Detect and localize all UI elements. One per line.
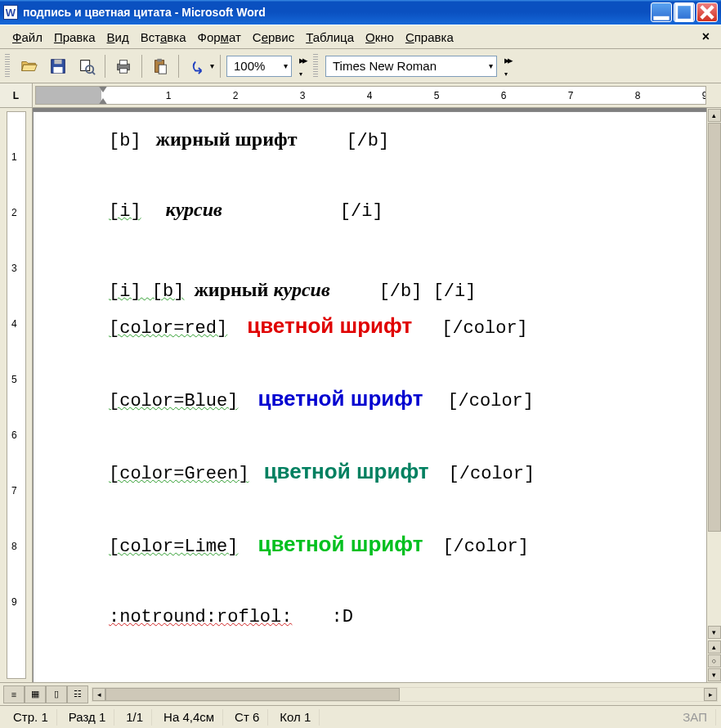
horizontal-scrollbar[interactable]: ◂ ▸: [92, 687, 718, 702]
bbcode-tag: [/b]: [346, 131, 389, 151]
status-rec[interactable]: ЗАП: [674, 709, 716, 726]
svg-rect-0: [653, 16, 669, 20]
text-italic: курсив: [166, 199, 222, 220]
hanging-indent-marker[interactable]: [98, 98, 108, 105]
status-col: Кол 1: [271, 709, 320, 726]
menu-insert[interactable]: Вставка: [135, 28, 192, 47]
font-name: Times New Roman: [333, 59, 437, 73]
ruler-tick: 9: [11, 596, 17, 608]
toolbar-overflow[interactable]: ▸▸▾: [296, 54, 309, 79]
scroll-thumb[interactable]: [105, 688, 400, 701]
toolbar-separator: [141, 55, 142, 78]
zoom-combo[interactable]: 100% ▾: [226, 56, 292, 77]
undo-button[interactable]: [185, 54, 209, 79]
vertical-scrollbar[interactable]: ▴ ▾ ▴ ○ ▾: [706, 108, 721, 682]
open-button[interactable]: [17, 54, 42, 79]
print-layout-button[interactable]: ▯: [46, 685, 67, 703]
horizontal-ruler[interactable]: 1 2 3 4 5 6 7 8 9: [35, 86, 706, 105]
bbcode-tag: [/color]: [447, 391, 534, 411]
ruler-tick: 4: [367, 90, 373, 101]
statusbar: Стр. 1 Разд 1 1/1 На 4,4см Ст 6 Кол 1 ЗА…: [0, 705, 721, 728]
text-bold-italic: курсив: [273, 279, 329, 300]
scroll-thumb[interactable]: [708, 123, 721, 532]
doc-line: [color=Lime] цветной шрифт [/color]: [109, 532, 721, 557]
menu-format[interactable]: Формат: [191, 28, 246, 47]
scroll-left-button[interactable]: ◂: [92, 688, 105, 701]
scroll-track[interactable]: [105, 688, 704, 701]
bbcode-tag: [color=red]: [109, 318, 227, 339]
text-colored: цветной шрифт: [247, 313, 412, 338]
tab-selector[interactable]: L: [0, 83, 33, 107]
status-at: На 4,4см: [155, 709, 223, 726]
close-button[interactable]: [696, 2, 718, 22]
status-page: Стр. 1: [5, 709, 57, 726]
text-bold: жирный шрифт: [156, 128, 298, 150]
menu-table[interactable]: Таблица: [300, 28, 360, 47]
toolbar-separator: [178, 55, 179, 78]
menu-tools[interactable]: Сервис: [247, 28, 300, 47]
minimize-icon: [652, 2, 671, 22]
maximize-button[interactable]: [674, 2, 695, 22]
svg-rect-1: [676, 4, 692, 20]
toolbar-separator: [105, 55, 105, 78]
toolbar-overflow[interactable]: ▸▸▾: [501, 54, 514, 79]
ruler-tick: 5: [434, 90, 440, 101]
view-buttons: ≡ ▦ ▯ ☷: [3, 685, 88, 703]
text-bold: жирный: [194, 279, 268, 300]
page[interactable]: [b] жирный шрифт [/b] [i] курсив [/i] [i…: [33, 111, 721, 682]
ruler-tick: 7: [11, 485, 17, 497]
first-line-indent-marker[interactable]: [98, 86, 108, 92]
menu-window[interactable]: Окно: [360, 28, 400, 47]
ruler-tick: 6: [501, 90, 507, 101]
outline-view-button[interactable]: ☷: [67, 685, 88, 703]
document-area[interactable]: [b] жирный шрифт [/b] [i] курсив [/i] [i…: [33, 108, 721, 682]
menu-file-label: Файлайл: [21, 30, 42, 44]
svg-rect-13: [159, 65, 166, 74]
text-colored: цветной шрифт: [264, 459, 429, 483]
text-colored: цветной шрифт: [258, 532, 423, 556]
prev-page-button[interactable]: ▴: [708, 640, 721, 654]
menu-edit[interactable]: Правка: [48, 28, 101, 47]
svg-rect-12: [157, 58, 162, 61]
menu-view[interactable]: Вид: [101, 28, 135, 47]
print-preview-icon: [78, 57, 96, 75]
ruler-margin: [36, 87, 101, 104]
window-title: подпись и цветная цитата - Microsoft Wor…: [23, 6, 649, 19]
bbcode-tag: [i]: [109, 201, 141, 222]
menubar: ФФайлайл Правка Вид Вставка Формат Серви…: [0, 25, 721, 49]
font-combo[interactable]: Times New Roman ▾: [325, 56, 497, 77]
paste-button[interactable]: [148, 54, 172, 79]
document-close-button[interactable]: ×: [697, 29, 714, 44]
browse-object-button[interactable]: ○: [708, 654, 721, 667]
close-icon: [697, 2, 717, 22]
ruler-tick: 5: [11, 374, 17, 385]
bbcode-tag: [color=Lime]: [109, 537, 238, 557]
save-button[interactable]: [46, 54, 70, 79]
vertical-ruler[interactable]: 1 2 3 4 5 6 7 8 9: [0, 108, 33, 682]
ruler-tick: 4: [11, 318, 17, 330]
scroll-down-button[interactable]: ▾: [708, 626, 721, 639]
chevron-down-icon: ▾: [489, 61, 493, 70]
ruler-tick: 1: [11, 151, 17, 163]
print-button[interactable]: [111, 54, 136, 79]
scroll-up-button[interactable]: ▴: [708, 109, 721, 122]
normal-view-button[interactable]: ≡: [3, 685, 25, 703]
menu-file[interactable]: ФФайлайл: [7, 28, 48, 47]
ruler-tick: 3: [300, 90, 306, 101]
minimize-button[interactable]: [651, 2, 672, 22]
scroll-right-button[interactable]: ▸: [704, 688, 717, 701]
menu-help[interactable]: Справка: [400, 28, 459, 47]
folder-open-icon: [20, 57, 38, 75]
doc-line: [i] [b] жирный курсив [/b] [/i]: [109, 279, 721, 302]
toolbar-grip[interactable]: [5, 54, 10, 79]
ruler-tick: 7: [568, 90, 574, 101]
chevron-down-icon: ▾: [284, 61, 288, 70]
ruler-tick: 1: [166, 90, 172, 101]
floppy-icon: [49, 57, 67, 75]
web-view-button[interactable]: ▦: [25, 685, 46, 703]
clipboard-icon: [151, 57, 169, 75]
print-preview-button[interactable]: [74, 54, 99, 79]
undo-dropdown[interactable]: ▾: [210, 61, 214, 70]
next-page-button[interactable]: ▾: [708, 668, 721, 681]
toolbar-grip[interactable]: [313, 54, 318, 79]
